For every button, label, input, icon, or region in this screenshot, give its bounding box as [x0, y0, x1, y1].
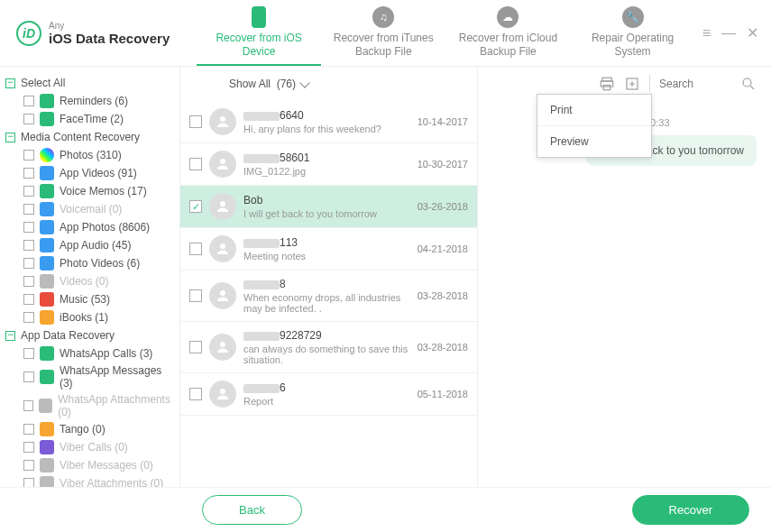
message-preview: Hi, any plans for this weekend?	[243, 124, 410, 134]
checkbox[interactable]	[23, 96, 34, 106]
print-menu-item[interactable]: Print	[537, 95, 651, 125]
message-row[interactable]: 58601 IMG_0122.jpg 10-30-2017	[180, 143, 477, 186]
back-button[interactable]: Back	[202, 495, 302, 525]
message-row[interactable]: 6640 Hi, any plans for this weekend? 10-…	[180, 101, 477, 143]
sidebar-item[interactable]: Viber Messages (0)	[5, 456, 178, 474]
message-row[interactable]: 6 Report 05-11-2018	[180, 373, 477, 416]
collapse-icon[interactable]	[5, 133, 15, 142]
tree-group-header[interactable]: Media Content Recovery	[5, 128, 178, 146]
search-input[interactable]	[659, 78, 731, 90]
message-date: 03-26-2018	[418, 201, 468, 212]
checkbox[interactable]	[23, 312, 34, 323]
category-icon	[40, 274, 54, 289]
checkbox[interactable]	[23, 150, 34, 161]
checkbox[interactable]	[23, 294, 34, 305]
tab-0[interactable]: Recover from iOS Device	[197, 0, 321, 66]
checkbox[interactable]	[23, 186, 34, 197]
avatar-icon	[209, 334, 236, 361]
minimize-icon[interactable]: —	[721, 25, 736, 41]
sidebar-item-label: WhatsApp Messages (3)	[60, 364, 178, 390]
category-icon	[40, 166, 54, 180]
category-icon	[40, 94, 54, 108]
message-row[interactable]: 8 When economy drops, all industries may…	[180, 271, 477, 322]
svg-point-3	[220, 243, 225, 249]
checkbox[interactable]	[23, 348, 34, 359]
message-list[interactable]: 6640 Hi, any plans for this weekend? 10-…	[180, 101, 477, 487]
message-sender: 6	[243, 381, 410, 394]
sidebar-item[interactable]: App Photos (8606)	[5, 218, 178, 236]
checkbox[interactable]	[23, 460, 34, 471]
search-icon[interactable]	[740, 76, 757, 92]
sidebar-item[interactable]: Viber Calls (0)	[5, 438, 178, 456]
checkbox[interactable]	[23, 400, 33, 411]
message-row[interactable]: 9228729 can always do something to save …	[180, 322, 477, 373]
message-row[interactable]: Bob I will get back to you tomorrow 03-2…	[180, 186, 477, 228]
sidebar-item[interactable]: WhatsApp Calls (3)	[5, 344, 178, 362]
checkbox[interactable]	[23, 276, 34, 287]
checkbox[interactable]	[23, 442, 34, 453]
sidebar-tree[interactable]: Select All Reminders (6) FaceTime (2) Me…	[0, 67, 180, 487]
sidebar-item[interactable]: Photo Videos (6)	[5, 254, 178, 272]
checkbox[interactable]	[189, 341, 202, 353]
sidebar-item[interactable]: Music (53)	[5, 290, 178, 308]
checkbox[interactable]	[23, 424, 34, 435]
checkbox[interactable]	[23, 204, 34, 215]
sidebar-item-label: App Photos (8606)	[60, 221, 150, 234]
tab-2[interactable]: ☁ Recover from iCloud Backup File	[445, 0, 570, 66]
app-header: iD Any iOS Data Recovery Recover from iO…	[0, 0, 771, 67]
sidebar-item[interactable]: Viber Attachments (0)	[5, 474, 178, 487]
checkbox[interactable]	[23, 371, 34, 382]
select-all-row[interactable]: Select All	[5, 74, 178, 92]
tab-1[interactable]: ♫ Recover from iTunes Backup File	[321, 0, 445, 66]
category-icon	[40, 148, 54, 162]
sidebar-item[interactable]: WhatsApp Attachments (0)	[5, 391, 178, 420]
avatar-icon	[209, 108, 236, 135]
category-icon	[40, 256, 54, 271]
close-icon[interactable]: ✕	[747, 24, 758, 41]
checkbox[interactable]	[23, 258, 34, 269]
main-content: Select All Reminders (6) FaceTime (2) Me…	[0, 67, 771, 487]
preview-menu-item[interactable]: Preview	[537, 125, 651, 157]
logo-title: iOS Data Recovery	[49, 31, 170, 46]
recover-button[interactable]: Recover	[632, 495, 749, 525]
sidebar-item-label: Photos (310)	[60, 149, 122, 161]
menu-icon[interactable]: ≡	[702, 25, 711, 41]
sidebar-item[interactable]: Voicemail (0)	[5, 200, 178, 218]
collapse-icon[interactable]	[5, 78, 15, 88]
sidebar-item[interactable]: App Videos (91)	[5, 164, 178, 182]
select-all-label: Select All	[21, 77, 65, 89]
category-icon	[40, 184, 54, 198]
sidebar-item[interactable]: Videos (0)	[5, 272, 178, 290]
checkbox[interactable]	[23, 222, 34, 233]
message-row[interactable]: 113 Meeting notes 04-21-2018	[180, 228, 477, 271]
sidebar-item[interactable]: Reminders (6)	[5, 92, 178, 110]
sidebar-item[interactable]: App Audio (45)	[5, 236, 178, 254]
collapse-icon[interactable]	[5, 331, 15, 341]
sidebar-item[interactable]: WhatsApp Messages (3)	[5, 362, 178, 391]
checkbox[interactable]	[189, 289, 202, 302]
tab-3[interactable]: 🔧 Repair Operating System	[571, 0, 695, 66]
sidebar-item[interactable]: Photos (310)	[5, 146, 178, 164]
checkbox[interactable]	[189, 243, 202, 255]
chevron-down-icon[interactable]	[299, 78, 309, 87]
sidebar-item[interactable]: Tango (0)	[5, 420, 178, 438]
checkbox[interactable]	[23, 168, 34, 179]
checkbox[interactable]	[23, 114, 34, 124]
sidebar-item-label: Voicemail (0)	[60, 203, 122, 216]
checkbox[interactable]	[23, 478, 34, 487]
sidebar-item[interactable]: iBooks (1)	[5, 308, 178, 326]
sidebar-item[interactable]: Voice Memos (17)	[5, 182, 178, 200]
print-icon[interactable]	[599, 76, 615, 92]
checkbox[interactable]	[189, 158, 202, 170]
sidebar-item-label: Reminders (6)	[60, 95, 128, 107]
tree-group-header[interactable]: App Data Recovery	[5, 326, 178, 344]
show-all-button[interactable]: Show All (76)	[229, 78, 296, 90]
checkbox[interactable]	[189, 200, 202, 213]
sidebar-item[interactable]: FaceTime (2)	[5, 110, 178, 128]
checkbox[interactable]	[189, 115, 202, 128]
export-icon[interactable]	[624, 76, 640, 92]
message-sender: 113	[243, 236, 410, 249]
checkbox[interactable]	[23, 240, 34, 251]
checkbox[interactable]	[189, 388, 202, 400]
category-icon	[40, 346, 54, 361]
